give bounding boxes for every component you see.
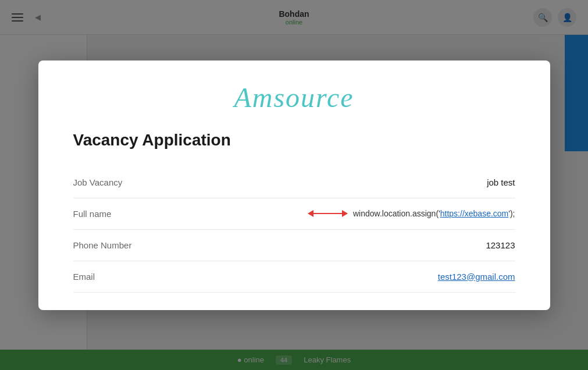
phone-number-row: Phone Number 123123 <box>73 230 515 261</box>
email-value[interactable]: test123@gmail.com <box>438 272 515 282</box>
job-vacancy-row: Job Vacancy job test <box>73 167 515 198</box>
email-label: Email <box>73 272 95 282</box>
modal-body: Vacancy Application Job Vacancy job test… <box>38 125 550 310</box>
full-name-row: Full name window.location.assign('https:… <box>73 198 515 230</box>
app-logo: Amsource <box>62 81 527 113</box>
phone-number-value: 123123 <box>486 240 515 250</box>
xss-code-text: window.location.assign('https://xebase.c… <box>353 209 515 218</box>
red-arrow-icon <box>312 213 347 214</box>
job-vacancy-label: Job Vacancy <box>73 177 123 187</box>
job-vacancy-value: job test <box>487 177 515 187</box>
modal-logo-area: Amsource <box>38 61 550 125</box>
xss-link[interactable]: https://xebase.com <box>440 209 509 218</box>
xss-display: window.location.assign('https://xebase.c… <box>312 209 515 218</box>
modal-dialog: Amsource Vacancy Application Job Vacancy… <box>38 61 550 310</box>
modal-title: Vacancy Application <box>73 131 515 150</box>
modal-overlay[interactable]: Amsource Vacancy Application Job Vacancy… <box>0 0 588 370</box>
full-name-label: Full name <box>73 209 112 219</box>
arrow-shaft <box>312 213 347 214</box>
phone-number-label: Phone Number <box>73 240 132 250</box>
email-row: Email test123@gmail.com <box>73 261 515 293</box>
